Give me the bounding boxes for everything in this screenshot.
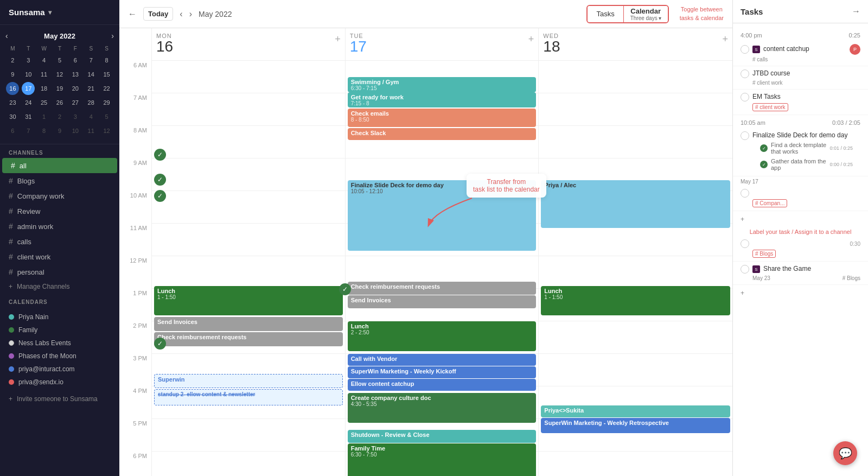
channel-review[interactable]: # Review	[0, 204, 119, 219]
cal-day-6[interactable]: 6	[69, 54, 82, 67]
cal-day-2-jun[interactable]: 2	[53, 110, 66, 123]
cal-day-3-jun[interactable]: 3	[69, 110, 82, 123]
cal-day-31[interactable]: 31	[22, 110, 35, 123]
cal-day-27[interactable]: 27	[69, 96, 82, 109]
cal-day-4-jun[interactable]: 4	[85, 110, 98, 123]
cal-day-7-jun[interactable]: 7	[22, 124, 35, 137]
event-tue-superwin-mkt[interactable]: SuperWin Marketing - Weekly Kickoff	[348, 366, 537, 378]
today-button[interactable]: Today	[143, 7, 173, 21]
event-tue-ellow-catchup[interactable]: Ellow content catchup	[348, 379, 537, 391]
manage-channels-button[interactable]: + Manage Channels	[0, 280, 119, 294]
event-tue-send-invoices2[interactable]: Send Invoices	[348, 295, 537, 308]
event-mon-standup[interactable]: standup 2- ellow content & newsletter	[154, 389, 343, 405]
channel-blogs[interactable]: # Blogs	[0, 173, 119, 188]
check-circle-mon-1[interactable]: ✓	[154, 149, 166, 161]
check-circle-mon-2[interactable]: ✓	[154, 174, 166, 186]
cal-day-17[interactable]: 17	[22, 82, 35, 95]
invite-button[interactable]: + Invite someone to Sunsama	[0, 392, 119, 406]
cal-day-5-jun[interactable]: 5	[100, 110, 113, 123]
event-tue-lunch[interactable]: Lunch 2 - 2:50	[348, 321, 537, 351]
event-wed-lunch[interactable]: Lunch 1 - 1:50	[541, 286, 730, 315]
back-button[interactable]: ←	[128, 9, 137, 19]
event-mon-lunch[interactable]: Lunch 1 - 1:50	[154, 286, 343, 315]
cal-day-6-jun[interactable]: 6	[6, 124, 19, 137]
task-check-finalize[interactable]	[741, 131, 749, 140]
expand-tasks-button[interactable]: →	[852, 7, 860, 16]
calendar-inturact[interactable]: priya@inturact.com	[0, 363, 119, 376]
cal-day-4[interactable]: 4	[37, 54, 50, 67]
cal-day-9[interactable]: 9	[6, 68, 19, 81]
calendar-sendx[interactable]: priva@sendx.io	[0, 376, 119, 389]
cal-day-13[interactable]: 13	[69, 68, 82, 81]
event-wed-priya-alec[interactable]: Priya / Alec	[541, 180, 730, 228]
next-week-button[interactable]: ›	[189, 9, 192, 19]
event-tue-shutdown[interactable]: Shutdown - Review & Close	[348, 430, 537, 443]
add-event-mon-button[interactable]: +	[335, 34, 341, 45]
cal-day-25[interactable]: 25	[37, 96, 50, 109]
event-tue-check-emails[interactable]: Check emails 8 - 8:50	[348, 109, 537, 127]
calendar-priya-nain[interactable]: Priya Nain	[0, 310, 119, 323]
tasks-view-button[interactable]: Tasks	[588, 6, 623, 22]
event-tue-culture-doc[interactable]: Create company culture doc 4:30 - 5:35	[348, 393, 537, 423]
event-tue-call-vendor[interactable]: Call with Vendor	[348, 354, 537, 366]
cal-day-14[interactable]: 14	[85, 68, 98, 81]
cal-day-8-jun[interactable]: 8	[37, 124, 50, 137]
channel-admin-work[interactable]: # admin work	[0, 219, 119, 234]
event-wed-superwin-retro[interactable]: SuperWin Marketing - Weekly Retrospectiv…	[541, 418, 730, 433]
task-check-blogs[interactable]	[741, 239, 749, 248]
cal-day-29[interactable]: 29	[100, 96, 113, 109]
event-mon-superwin[interactable]: Superwin	[154, 374, 343, 388]
cal-day-3[interactable]: 3	[22, 54, 35, 67]
calendar-ness-labs[interactable]: Ness Labs Events	[0, 337, 119, 350]
cal-day-16[interactable]: 16	[6, 82, 19, 95]
cal-day-5[interactable]: 5	[53, 54, 66, 67]
task-check-em-tasks[interactable]	[741, 93, 749, 101]
calendar-view-label[interactable]: Calendar	[630, 7, 661, 15]
cal-day-24[interactable]: 24	[22, 96, 35, 109]
calendar-family[interactable]: Family	[0, 323, 119, 337]
cal-day-12-jun[interactable]: 12	[100, 124, 113, 137]
channel-personal[interactable]: # personal	[0, 264, 119, 280]
cal-day-15[interactable]: 15	[100, 68, 113, 81]
check-circle-mon-4[interactable]: ✓	[154, 338, 166, 350]
channel-calls[interactable]: # calls	[0, 234, 119, 249]
cal-day-22[interactable]: 22	[100, 82, 113, 95]
next-month-button[interactable]: ›	[111, 31, 114, 40]
prev-week-button[interactable]: ‹	[180, 9, 182, 19]
add-task-button[interactable]: +	[733, 211, 868, 227]
cal-day-26[interactable]: 26	[53, 96, 66, 109]
check-circle-tue-1[interactable]: ✓	[339, 283, 351, 295]
event-tue-swimming[interactable]: Swimming / Gym 6:30 - 7:15	[348, 77, 537, 92]
prev-month-button[interactable]: ‹	[5, 31, 8, 40]
add-task-button-2[interactable]: +	[733, 285, 868, 301]
task-check-bottom[interactable]	[741, 265, 749, 274]
event-tue-finalize-slide[interactable]: Finalize Slide Deck for demo day 10:05 -…	[348, 180, 537, 251]
cal-day-10[interactable]: 10	[22, 68, 35, 81]
cal-day-9-jun[interactable]: 9	[53, 124, 66, 137]
cal-day-1-jun[interactable]: 1	[37, 110, 50, 123]
event-wed-priya-sukita[interactable]: Priya<>Sukita	[541, 405, 730, 417]
check-circle-mon-3[interactable]: ✓	[154, 190, 166, 202]
cal-day-2[interactable]: 2	[6, 54, 19, 67]
task-check-compan[interactable]	[741, 189, 749, 198]
cal-day-19[interactable]: 19	[53, 82, 66, 95]
cal-day-7[interactable]: 7	[85, 54, 98, 67]
event-tue-family-time[interactable]: Family Time 6:30 - 7:50	[348, 443, 537, 476]
cal-day-11[interactable]: 11	[37, 68, 50, 81]
cal-day-8[interactable]: 8	[100, 54, 113, 67]
cal-day-23[interactable]: 23	[6, 96, 19, 109]
event-tue-get-ready[interactable]: Get ready for work 7:15 - 8	[348, 92, 537, 107]
cal-day-10-jun[interactable]: 10	[69, 124, 82, 137]
cal-day-18[interactable]: 18	[37, 82, 50, 95]
channel-company-work[interactable]: # Company work	[0, 188, 119, 204]
channel-all[interactable]: # all	[2, 158, 117, 173]
cal-day-20[interactable]: 20	[69, 82, 82, 95]
event-tue-check-slack[interactable]: Check Slack	[348, 128, 537, 140]
chat-support-button[interactable]: 💬	[833, 441, 857, 465]
cal-day-21[interactable]: 21	[85, 82, 98, 95]
cal-day-12[interactable]: 12	[53, 68, 66, 81]
event-tue-check-reimb2[interactable]: Check reimbursement requests	[348, 282, 537, 295]
event-mon-check-reimb[interactable]: Check reimbursement requests	[154, 332, 343, 346]
cal-day-11-jun[interactable]: 11	[85, 124, 98, 137]
task-check-content-catchup[interactable]	[741, 45, 749, 54]
